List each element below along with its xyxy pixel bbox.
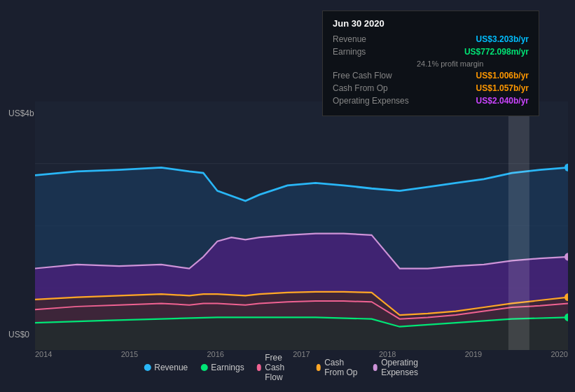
legend-dot-opex: [373, 364, 378, 371]
legend-label-earnings: Earnings: [211, 363, 244, 372]
legend-opex[interactable]: Operating Expenses: [373, 358, 431, 377]
tooltip-cashop-row: Cash From Op US$1.057b/yr: [333, 83, 529, 93]
tooltip-earnings-row: Earnings US$772.098m/yr: [333, 47, 529, 57]
tooltip-revenue-row: Revenue US$3.203b/yr: [333, 34, 529, 44]
x-label-2019: 2019: [465, 350, 482, 358]
legend-label-revenue: Revenue: [154, 363, 188, 372]
tooltip-date: Jun 30 2020: [333, 18, 529, 29]
cashop-label: Cash From Op: [333, 83, 417, 93]
legend-label-cashop: Cash From Op: [324, 358, 360, 377]
y-axis-top: US$4b: [8, 108, 34, 118]
legend-revenue[interactable]: Revenue: [144, 363, 188, 372]
chart-container: Jun 30 2020 Revenue US$3.203b/yr Earning…: [0, 0, 575, 392]
earnings-value: US$772.098m/yr: [464, 47, 529, 57]
x-label-2020: 2020: [551, 350, 568, 358]
chart-area[interactable]: [35, 102, 568, 350]
chart-legend: Revenue Earnings Free Cash Flow Cash Fro…: [144, 353, 431, 382]
fcf-value: US$1.006b/yr: [476, 71, 529, 80]
tooltip-box: Jun 30 2020 Revenue US$3.203b/yr Earning…: [322, 10, 539, 116]
legend-fcf[interactable]: Free Cash Flow: [257, 353, 304, 382]
x-label-2014: 2014: [35, 350, 52, 358]
opex-value: US$2.040b/yr: [476, 96, 529, 106]
opex-label: Operating Expenses: [333, 96, 417, 106]
legend-dot-cashop: [317, 364, 321, 371]
fcf-label: Free Cash Flow: [333, 71, 417, 80]
chart-svg: [35, 102, 568, 350]
legend-earnings[interactable]: Earnings: [200, 363, 244, 372]
revenue-label: Revenue: [333, 34, 417, 44]
legend-dot-earnings: [200, 364, 207, 371]
legend-dot-fcf: [257, 364, 262, 371]
tooltip-fcf-row: Free Cash Flow US$1.006b/yr: [333, 71, 529, 80]
legend-cashop[interactable]: Cash From Op: [317, 358, 361, 377]
cashop-value: US$1.057b/yr: [476, 83, 529, 93]
earnings-margin: 24.1% profit margin: [333, 59, 529, 68]
legend-dot-revenue: [144, 364, 151, 371]
x-label-2015: 2015: [121, 350, 138, 358]
earnings-label: Earnings: [333, 47, 417, 57]
legend-label-fcf: Free Cash Flow: [265, 353, 303, 382]
legend-label-opex: Operating Expenses: [381, 358, 431, 377]
revenue-value: US$3.203b/yr: [476, 34, 529, 44]
tooltip-opex-row: Operating Expenses US$2.040b/yr: [333, 96, 529, 106]
y-axis-bottom: US$0: [8, 330, 29, 340]
